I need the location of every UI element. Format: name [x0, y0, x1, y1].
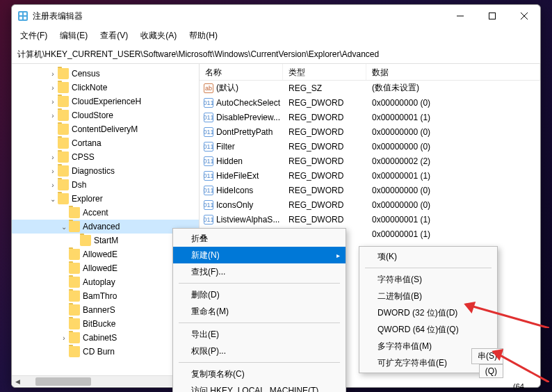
address-bar[interactable]: 计算机\HKEY_CURRENT_USER\Software\Microsoft…	[12, 46, 540, 64]
chevron-right-icon[interactable]: ›	[48, 70, 58, 78]
menu-file[interactable]: 文件(F)	[15, 28, 53, 43]
tree-item[interactable]: Autoplay	[12, 275, 199, 289]
reg-binary-icon: 011	[204, 186, 213, 195]
ctx-delete[interactable]: 删除(D)	[173, 286, 346, 303]
ctx-new[interactable]: 新建(N) ▸	[173, 247, 346, 263]
list-row[interactable]: 011AutoCheckSelectREG_DWORD0x00000000 (0…	[200, 95, 540, 110]
tree-item[interactable]: ›CloudExperienceH	[12, 95, 199, 108]
folder-icon	[58, 82, 69, 93]
tree-item[interactable]: ›CloudStore	[12, 108, 199, 122]
menubar: 文件(F) 编辑(E) 查看(V) 收藏夹(A) 帮助(H)	[12, 27, 540, 46]
tree-item[interactable]: AllowedE	[12, 247, 199, 261]
hscroll-thumb[interactable]	[35, 377, 91, 386]
list-row[interactable]: 011DisablePreview...REG_DWORD0x00000001 …	[200, 110, 540, 124]
value-name: IconsOnly	[216, 200, 253, 210]
value-name: (默认)	[216, 82, 238, 94]
menu-help[interactable]: 帮助(H)	[184, 28, 223, 43]
tree-item[interactable]: StartM	[12, 234, 199, 247]
folder-icon	[69, 207, 80, 218]
value-data: 0x00000001 (1)	[366, 229, 540, 239]
tree-item[interactable]: ContentDeliveryM	[12, 122, 199, 136]
ctx-new-binary[interactable]: 二进制值(B)	[359, 288, 497, 304]
folder-icon	[58, 68, 69, 79]
chevron-right-icon[interactable]: ›	[48, 168, 58, 175]
reg-binary-icon: 011	[204, 171, 213, 181]
ctx-collapse[interactable]: 折叠	[173, 230, 346, 247]
tree-item[interactable]: ›Census	[12, 67, 199, 81]
svg-rect-6	[489, 13, 496, 19]
folder-icon	[69, 263, 80, 274]
list-row[interactable]: 011FilterREG_DWORD0x00000000 (0)	[200, 139, 540, 154]
chevron-right-icon[interactable]: ›	[48, 112, 58, 120]
list-row[interactable]: 011HideFileExtREG_DWORD0x00000001 (1)	[200, 168, 540, 183]
list-row[interactable]: 011HideIconsREG_DWORD0x00000000 (0)	[200, 183, 540, 197]
close-button[interactable]	[508, 5, 540, 27]
tree-item[interactable]: ⌄Advanced	[12, 220, 199, 234]
chevron-right-icon[interactable]: ›	[48, 154, 58, 161]
ctx-find[interactable]: 查找(F)...	[173, 263, 346, 280]
list-header-data[interactable]: 数据	[366, 64, 540, 80]
tree-item-label: Autoplay	[83, 277, 115, 287]
tree-item[interactable]: BamThro	[12, 289, 199, 303]
tree-item[interactable]: BitBucke	[12, 317, 199, 331]
ctx-separator	[179, 322, 340, 323]
tree-item[interactable]: CD Burn	[12, 345, 199, 359]
list-header-type[interactable]: 类型	[283, 64, 366, 80]
tree-item[interactable]: ›Diagnostics	[12, 164, 199, 178]
tree-item[interactable]: AllowedE	[12, 261, 199, 275]
ctx-new-qword[interactable]: QWORD (64 位)值(Q)	[359, 321, 497, 338]
tree-item[interactable]: ›CabinetS	[12, 331, 199, 345]
menu-edit[interactable]: 编辑(E)	[54, 28, 93, 43]
reg-string-icon: ab	[204, 83, 213, 93]
tree-pane[interactable]: ›Census›ClickNote›CloudExperienceH›Cloud…	[12, 64, 200, 386]
tree-item-label: StartM	[94, 236, 118, 245]
list-row[interactable]: 011IconsOnlyREG_DWORD0x00000000 (0)	[200, 197, 540, 212]
menu-favorites[interactable]: 收藏夹(A)	[135, 28, 182, 43]
folder-icon	[58, 138, 69, 149]
value-name: ListviewAlphaS...	[216, 215, 279, 224]
tree-hscrollbar[interactable]: ◀ ▶	[12, 375, 199, 386]
tree-item[interactable]: Cortana	[12, 136, 199, 150]
value-name: DisablePreview...	[216, 113, 280, 122]
minimize-button[interactable]	[444, 5, 476, 27]
list-row[interactable]: 011ListviewAlphaS...REG_DWORD0x00000001 …	[200, 212, 540, 227]
ctx-new-string[interactable]: 字符串值(S)	[359, 271, 497, 288]
chevron-down-icon[interactable]: ⌄	[48, 195, 58, 203]
ctx-separator	[365, 268, 492, 268]
list-header-name[interactable]: 名称	[200, 64, 283, 80]
maximize-button[interactable]	[476, 5, 508, 27]
folder-icon	[69, 221, 80, 232]
tree-item-label: AllowedE	[83, 263, 117, 273]
folder-icon	[58, 165, 69, 177]
chevron-right-icon[interactable]: ›	[48, 181, 58, 189]
tree-item-label: BamThro	[83, 291, 117, 301]
ctx-goto-hklm[interactable]: 访问 HKEY_LOCAL_MACHINE(T)	[173, 382, 346, 392]
tree-item[interactable]: ›ClickNote	[12, 81, 199, 95]
tree-item[interactable]: ›CPSS	[12, 150, 199, 164]
scroll-left-arrow-icon[interactable]: ◀	[12, 378, 23, 385]
chevron-right-icon[interactable]: ›	[48, 98, 58, 106]
tree-item[interactable]: ›Dsh	[12, 178, 199, 192]
value-data: 0x00000001 (1)	[366, 113, 540, 122]
ctx-rename[interactable]: 重命名(M)	[173, 303, 346, 320]
ctx-new-key[interactable]: 项(K)	[359, 248, 497, 265]
ctx-new-dword[interactable]: DWORD (32 位)值(D)	[359, 304, 497, 321]
ctx-permissions[interactable]: 权限(P)...	[173, 343, 346, 359]
list-row[interactable]: 011DontPrettyPathREG_DWORD0x00000000 (0)	[200, 124, 540, 139]
value-data: (数值未设置)	[366, 82, 540, 94]
folder-icon	[58, 193, 69, 204]
ctx-copy-key[interactable]: 复制项名称(C)	[173, 366, 346, 382]
value-name: HideIcons	[216, 186, 253, 195]
list-row[interactable]: 011HiddenREG_DWORD0x00000002 (2)	[200, 154, 540, 168]
tree-item[interactable]: BannerS	[12, 303, 199, 317]
list-row[interactable]: ab(默认)REG_SZ(数值未设置)	[200, 81, 540, 95]
chevron-right-icon[interactable]: ›	[59, 334, 69, 342]
menu-view[interactable]: 查看(V)	[95, 28, 133, 43]
tree-item[interactable]: ⌄Explorer	[12, 192, 199, 206]
tree-item[interactable]: Accent	[12, 206, 199, 220]
ctx-export[interactable]: 导出(E)	[173, 326, 346, 343]
chevron-down-icon[interactable]: ⌄	[59, 223, 69, 231]
folder-icon	[69, 304, 80, 316]
chevron-right-icon[interactable]: ›	[48, 84, 58, 92]
folder-icon	[69, 318, 80, 329]
